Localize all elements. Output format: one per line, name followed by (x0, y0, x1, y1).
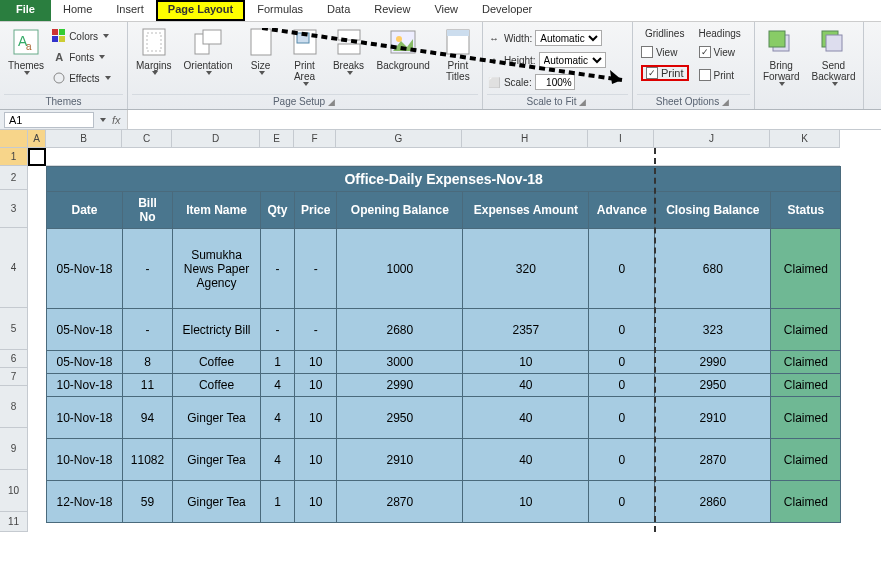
table-cell[interactable]: 4 (261, 439, 295, 481)
select-all-corner[interactable] (0, 130, 28, 148)
table-cell[interactable]: 10-Nov-18 (47, 439, 123, 481)
table-cell[interactable]: Coffee (173, 374, 261, 397)
table-cell[interactable]: Claimed (771, 374, 841, 397)
breaks-button[interactable]: Breaks (329, 24, 369, 77)
headings-view-check[interactable]: View (699, 42, 741, 62)
colhdr-C[interactable]: C (122, 130, 172, 148)
table-cell[interactable]: Ginger Tea (173, 397, 261, 439)
table-cell[interactable]: 0 (589, 309, 655, 351)
table-cell[interactable]: 05-Nov-18 (47, 229, 123, 309)
tab-home[interactable]: Home (51, 0, 104, 21)
table-cell[interactable]: 1000 (337, 229, 463, 309)
gridlines-print-check[interactable]: Print (641, 65, 689, 81)
table-cell[interactable]: 4 (261, 374, 295, 397)
table-cell[interactable]: - (123, 229, 173, 309)
tab-insert[interactable]: Insert (104, 0, 156, 21)
rowhdr-1[interactable]: 1 (0, 148, 28, 166)
rowhdr-3[interactable]: 3 (0, 190, 28, 228)
background-button[interactable]: Background (373, 24, 434, 73)
printtitles-button[interactable]: Print Titles (438, 24, 478, 84)
table-cell[interactable]: 2910 (337, 439, 463, 481)
table-cell[interactable]: 05-Nov-18 (47, 351, 123, 374)
rowhdr-10[interactable]: 10 (0, 470, 28, 512)
bringforward-button[interactable]: Bring Forward (759, 24, 804, 88)
table-cell[interactable]: Claimed (771, 397, 841, 439)
margins-button[interactable]: Margins (132, 24, 176, 77)
table-cell[interactable]: 12-Nov-18 (47, 481, 123, 523)
colhdr-J[interactable]: J (654, 130, 770, 148)
table-cell[interactable]: Claimed (771, 481, 841, 523)
headings-print-check[interactable]: Print (699, 65, 741, 85)
table-cell[interactable]: 10-Nov-18 (47, 397, 123, 439)
table-cell[interactable]: 10 (295, 374, 337, 397)
table-cell[interactable]: 1 (261, 481, 295, 523)
colhdr-F[interactable]: F (294, 130, 336, 148)
rowhdr-8[interactable]: 8 (0, 386, 28, 428)
table-cell[interactable]: 1 (261, 351, 295, 374)
table-cell[interactable]: 320 (463, 229, 589, 309)
themes-button[interactable]: Aa Themes (4, 24, 48, 77)
width-select[interactable]: Automatic (535, 30, 602, 46)
table-cell[interactable]: - (295, 309, 337, 351)
rowhdr-6[interactable]: 6 (0, 350, 28, 368)
table-cell[interactable]: 10 (295, 351, 337, 374)
colhdr-B[interactable]: B (46, 130, 122, 148)
table-cell[interactable]: Electricty Bill (173, 309, 261, 351)
scaletofit-launcher[interactable]: ◢ (579, 97, 588, 107)
table-cell[interactable]: - (261, 309, 295, 351)
table-cell[interactable]: 8 (123, 351, 173, 374)
table-row[interactable]: 10-Nov-1811Coffee41029904002950Claimed (47, 374, 841, 397)
table-cell[interactable]: 0 (589, 397, 655, 439)
effects-button[interactable]: Effects (52, 68, 110, 88)
table-cell[interactable]: 2950 (337, 397, 463, 439)
table-row[interactable]: 10-Nov-1811082Ginger Tea41029104002870Cl… (47, 439, 841, 481)
table-cell[interactable]: 10-Nov-18 (47, 374, 123, 397)
table-cell[interactable]: Claimed (771, 351, 841, 374)
table-cell[interactable]: 3000 (337, 351, 463, 374)
formula-bar[interactable] (127, 110, 881, 129)
table-cell[interactable]: 2870 (337, 481, 463, 523)
table-cell[interactable]: Claimed (771, 439, 841, 481)
table-cell[interactable]: Coffee (173, 351, 261, 374)
sendbackward-button[interactable]: Send Backward (808, 24, 860, 88)
colhdr-K[interactable]: K (770, 130, 840, 148)
table-row[interactable]: 05-Nov-18-Electricty Bill--268023570323C… (47, 309, 841, 351)
table-cell[interactable]: - (261, 229, 295, 309)
fx-label[interactable]: fx (106, 114, 127, 126)
colhdr-G[interactable]: G (336, 130, 462, 148)
table-cell[interactable]: 0 (589, 351, 655, 374)
size-button[interactable]: Size (241, 24, 281, 77)
fonts-button[interactable]: AFonts (52, 47, 110, 67)
table-row[interactable]: 05-Nov-18-Sumukha News Paper Agency--100… (47, 229, 841, 309)
table-cell[interactable]: 2680 (337, 309, 463, 351)
sheetoptions-launcher[interactable]: ◢ (722, 97, 731, 107)
table-cell[interactable]: 10 (463, 351, 589, 374)
table-row[interactable]: 12-Nov-1859Ginger Tea11028701002860Claim… (47, 481, 841, 523)
table-cell[interactable]: 10 (295, 439, 337, 481)
name-box[interactable] (4, 112, 94, 128)
table-cell[interactable]: 0 (589, 481, 655, 523)
rowhdr-5[interactable]: 5 (0, 308, 28, 350)
table-cell[interactable]: 2910 (655, 397, 771, 439)
table-row[interactable]: 05-Nov-188Coffee11030001002990Claimed (47, 351, 841, 374)
orientation-button[interactable]: Orientation (180, 24, 237, 77)
table-cell[interactable]: 2860 (655, 481, 771, 523)
rowhdr-7[interactable]: 7 (0, 368, 28, 386)
colhdr-A[interactable]: A (28, 130, 46, 148)
rowhdr-4[interactable]: 4 (0, 228, 28, 308)
table-cell[interactable]: 40 (463, 397, 589, 439)
tab-developer[interactable]: Developer (470, 0, 544, 21)
table-cell[interactable]: 2870 (655, 439, 771, 481)
table-cell[interactable]: 680 (655, 229, 771, 309)
tab-review[interactable]: Review (362, 0, 422, 21)
table-cell[interactable]: 2357 (463, 309, 589, 351)
table-cell[interactable]: 4 (261, 397, 295, 439)
tab-pagelayout[interactable]: Page Layout (156, 0, 245, 21)
table-cell[interactable]: - (295, 229, 337, 309)
colhdr-I[interactable]: I (588, 130, 654, 148)
table-cell[interactable]: Claimed (771, 309, 841, 351)
table-cell[interactable]: 10 (295, 397, 337, 439)
table-cell[interactable]: 0 (589, 374, 655, 397)
tab-file[interactable]: File (0, 0, 51, 21)
tab-formulas[interactable]: Formulas (245, 0, 315, 21)
